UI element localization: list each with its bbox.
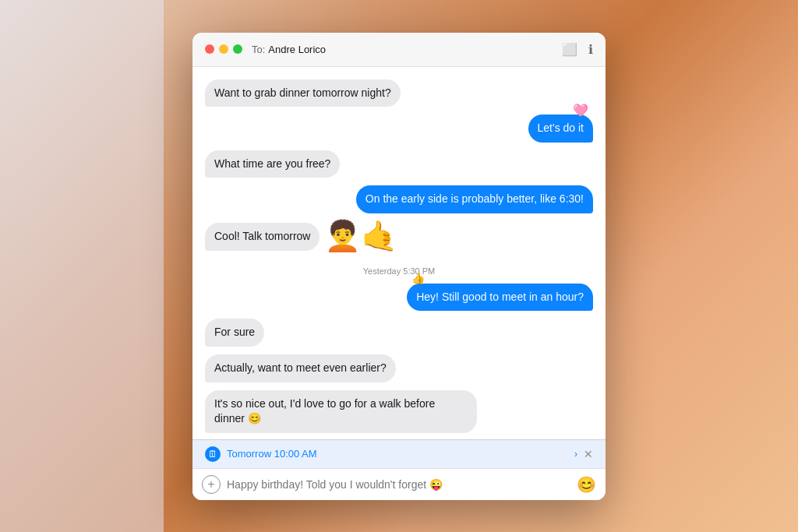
info-icon[interactable]: ℹ	[588, 42, 593, 57]
traffic-lights	[205, 44, 242, 54]
bubble-received: It's so nice out, I'd love to go for a w…	[205, 390, 477, 433]
notification-text[interactable]: Tomorrow 10:00 AM	[227, 448, 568, 460]
bubble-sent: 🩷 Let's do it	[528, 115, 594, 143]
reaction-emoji: 👍	[411, 271, 425, 287]
facetime-icon[interactable]: ⬜	[562, 42, 577, 57]
contact-name: Andre Lorico	[268, 44, 562, 55]
emoji-button[interactable]: 😊	[577, 475, 596, 494]
sidebar-strip	[0, 0, 164, 532]
message-row: What time are you free?	[205, 150, 593, 178]
bubble-received: Actually, want to meet even earlier?	[205, 354, 396, 382]
message-row: For sure	[205, 319, 593, 347]
bubble-received: For sure	[205, 319, 264, 347]
message-row: Cool! Talk tomorrow 🧑‍🦱🤙	[205, 221, 593, 251]
bubble-received: Want to grab dinner tomorrow night?	[205, 79, 401, 107]
bubble-received: What time are you free?	[205, 150, 340, 178]
to-label: To:	[252, 44, 265, 55]
message-row: 👍 Hey! Still good to meet in an hour?	[205, 284, 593, 312]
message-input[interactable]	[227, 478, 570, 491]
bubble-sent: On the early side is probably better, li…	[356, 185, 593, 213]
messages-window: To: Andre Lorico ⬜ ℹ Want to grab dinner…	[192, 33, 606, 500]
message-row: It's so nice out, I'd love to go for a w…	[205, 390, 593, 433]
close-button[interactable]	[205, 44, 214, 54]
bubble-sent: 👍 Hey! Still good to meet in an hour?	[407, 284, 593, 312]
bubble-received: Cool! Talk tomorrow	[205, 223, 320, 251]
timestamp-row: Yesterday 5:30 PM	[205, 266, 593, 276]
titlebar: To: Andre Lorico ⬜ ℹ	[192, 33, 606, 67]
notification-bar[interactable]: 🗓 Tomorrow 10:00 AM › ✕	[192, 439, 606, 468]
message-row: Actually, want to meet even earlier?	[205, 354, 593, 382]
memoji-sticker: 🧑‍🦱🤙	[324, 221, 397, 251]
maximize-button[interactable]	[233, 44, 242, 54]
input-area: + 😊	[192, 468, 606, 500]
notification-chevron: ›	[574, 449, 577, 460]
message-row: Want to grab dinner tomorrow night?	[205, 79, 593, 107]
notification-close-button[interactable]: ✕	[584, 448, 593, 460]
minimize-button[interactable]	[219, 44, 228, 54]
messages-area[interactable]: Want to grab dinner tomorrow night? 🩷 Le…	[192, 67, 606, 439]
calendar-icon: 🗓	[205, 446, 221, 462]
message-row: 🩷 Let's do it	[205, 115, 593, 143]
add-attachment-button[interactable]: +	[202, 475, 221, 494]
memoji-wrapper: Cool! Talk tomorrow 🧑‍🦱🤙	[205, 221, 397, 251]
message-row: On the early side is probably better, li…	[205, 185, 593, 213]
titlebar-icons: ⬜ ℹ	[562, 42, 593, 57]
heart-reaction: 🩷	[573, 102, 588, 119]
